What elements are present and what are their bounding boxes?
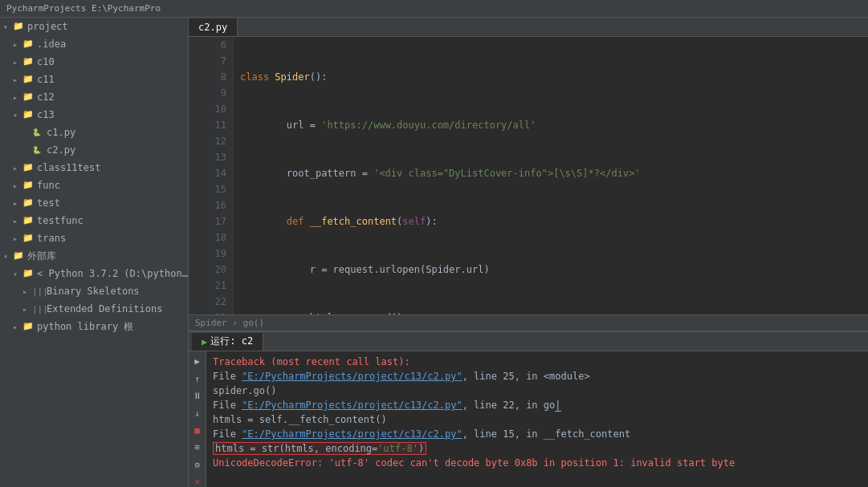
sidebar-item-testfunc[interactable]: 📁 testfunc [0,212,188,229]
close-x-button[interactable]: ✕ [190,475,205,487]
sidebar-extended-definitions-label: Extended Definitions [47,303,163,315]
sidebar-item-func[interactable]: 📁 func [0,177,188,194]
func-arrow [13,181,22,190]
file-link-1[interactable]: "E:/PycharmProjects/project/c13/c2.py" [242,371,463,382]
external-arrow [3,252,13,261]
editor-tab-label: c2.py [198,22,227,33]
sidebar-python-lib-label: python library 根 [37,320,133,334]
python372-folder-icon: 📁 [22,268,35,279]
sidebar-item-class11test-label: class11test [37,162,100,173]
binarysk-arrow [22,287,32,296]
sidebar-python372[interactable]: 📁 < Python 3.7.2 (D:\python\pyth [0,265,188,282]
output-line-4-text: , line 22, in go [463,400,556,411]
line-num-7: 7 [211,53,226,69]
file-link-2[interactable]: "E:/PycharmProjects/project/c13/c2.py" [242,400,463,411]
sidebar-external-libs[interactable]: 📁 外部库 [0,247,188,265]
pylib-arrow [13,323,22,331]
scroll-down-button[interactable]: ↓ [190,406,205,420]
sidebar-item-c11-label: c11 [37,74,55,85]
output-fetch: htmls = self.__fetch_content() [213,414,387,425]
sidebar-item-c13[interactable]: 📁 c13 [0,106,188,124]
list-button[interactable]: ≡ [190,440,205,454]
sidebar-item-c10[interactable]: 📁 c10 [0,53,188,71]
line-num-9: 9 [211,85,226,101]
line-num-10: 10 [211,101,226,117]
highlighted-error-line: htmls = str(htmls, encoding='utf-8') [213,442,426,455]
output-line-7: htmls = str(htmls, encoding='utf-8') [213,441,862,456]
output-line-3: spider.go() [213,384,862,398]
sidebar-item-c10-label: c10 [37,56,55,67]
code-line-9: def __fetch_content(self): [240,213,850,229]
sidebar-item-c11[interactable]: 📁 c11 [0,71,188,88]
right-gutter [857,37,868,315]
sidebar-item-c1py-label: c1.py [47,127,75,138]
run-tab-label: 运行: c2 [210,335,253,348]
project-arrow [3,22,13,31]
breadcrumb-text: Spider › go() [195,318,264,328]
sidebar-item-c2py[interactable]: 🐍 c2.py [0,141,188,159]
stop-button[interactable]: ■ [190,424,205,437]
file-link-3[interactable]: "E:/PycharmProjects/project/c13/c2.py" [242,428,463,440]
sidebar-extended-definitions[interactable]: ||| Extended Definitions [0,300,188,318]
code-content[interactable]: class Spider(): url = 'https://www.douyu… [234,37,857,315]
code-line-8: root_pattern = '<div class="DyListCover-… [240,165,850,181]
output-line-1: Traceback (most recent call last): [213,355,862,369]
sidebar-item-class11test[interactable]: 📁 class11test [0,159,188,177]
output-spider-go: spider.go() [213,385,276,396]
line-num-16: 16 [211,197,226,213]
top-bar-title: PycharmProjects E:\PycharmPro [6,3,161,14]
c12-arrow [13,93,22,102]
sidebar-external-label: 外部库 [27,250,56,263]
sidebar-item-c12-label: c12 [37,91,55,103]
bottom-tabs: ▶ 运行: c2 [189,332,868,351]
sidebar-item-trans[interactable]: 📁 trans [0,229,188,247]
editor-tab-c2py[interactable]: c2.py [189,18,238,36]
main-layout: 📁 project 📁 .idea 📁 c10 📁 c11 📁 c12 📁 c1… [0,18,868,487]
line-num-6: 6 [211,37,226,53]
pause-button[interactable]: ⏸ [190,389,205,403]
code-line-10: r = request.urlopen(Spider.url) [240,262,850,278]
code-area[interactable]: 6 7 8 9 10 11 12 13 14 15 16 17 18 19 20… [189,37,868,315]
run-output: Traceback (most recent call last): File … [206,351,868,487]
sidebar-item-c1py[interactable]: 🐍 c1.py [0,124,188,141]
line-num-21: 21 [211,278,226,294]
output-indent-3: File [213,428,242,440]
sidebar-item-idea[interactable]: 📁 .idea [0,35,188,53]
scroll-up-button[interactable]: ↑ [190,371,205,385]
bottom-side-buttons: ▶ ↑ ⏸ ↓ ■ ≡ ⚙ ✕ ✕ [189,351,206,487]
settings-button[interactable]: ⚙ [190,458,205,472]
python372-arrow [13,270,22,278]
c11-folder-icon: 📁 [22,74,35,85]
testfunc-arrow [13,217,22,225]
sidebar-project-root[interactable]: 📁 project [0,18,188,35]
sidebar-item-c12[interactable]: 📁 c12 [0,88,188,106]
sidebar-item-func-label: func [37,180,60,191]
c2py-icon: 🐍 [32,146,45,154]
top-bar: PycharmProjects E:\PycharmPro [0,0,868,18]
output-line-2: File "E:/PycharmProjects/project/c13/c2.… [213,369,862,384]
func-folder-icon: 📁 [22,180,35,191]
editor-tabs: c2.py [189,18,868,37]
output-line-5: htmls = self.__fetch_content() [213,412,862,427]
output-line-8: UnicodeDecodeError: 'utf-8' codec can't … [213,456,862,470]
external-folder-icon: 📁 [13,250,26,262]
run-button[interactable]: ▶ [190,355,205,368]
run-icon: ▶ [202,336,207,347]
class11test-folder-icon: 📁 [22,162,35,173]
output-line-6: File "E:/PycharmProjects/project/c13/c2.… [213,427,862,441]
line-num-18: 18 [211,229,226,246]
sidebar-item-idea-label: .idea [37,39,66,50]
output-indent-2: File [213,400,242,411]
output-line-2-text: , line 25, in <module> [463,371,590,382]
c13-folder-icon: 📁 [22,109,35,120]
traceback-header: Traceback (most recent call last): [213,356,410,367]
sidebar-item-test[interactable]: 📁 test [0,194,188,212]
sidebar-python-lib[interactable]: 📁 python library 根 [0,318,188,335]
sidebar-binary-skeletons[interactable]: ||| Binary Skeletons [0,282,188,300]
line-num-20: 20 [211,262,226,278]
c1py-icon: 🐍 [32,128,45,136]
line-num-13: 13 [211,149,226,165]
run-tab[interactable]: ▶ 运行: c2 [192,333,263,351]
sidebar: 📁 project 📁 .idea 📁 c10 📁 c11 📁 c12 📁 c1… [0,18,189,487]
line-num-12: 12 [211,133,226,149]
